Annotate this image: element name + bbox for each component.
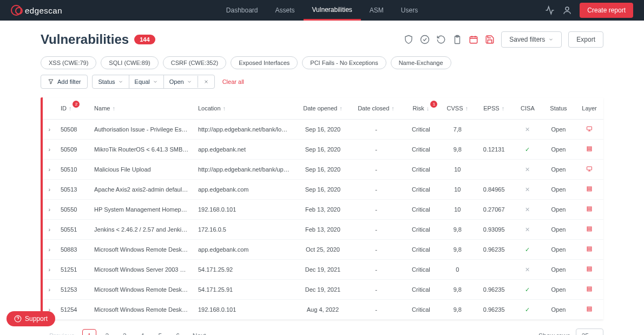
- cell-location: http://app.edgebank.net/bank/login.a...: [194, 120, 295, 140]
- cell-cisa: ✕: [514, 160, 542, 180]
- cell-closed: -: [351, 220, 401, 240]
- expand-row[interactable]: ›: [43, 120, 56, 140]
- svg-rect-26: [587, 288, 592, 290]
- sort-up-icon: ↑: [223, 105, 226, 111]
- sort-up-icon: ↑: [69, 105, 72, 111]
- col-name[interactable]: Name↑: [90, 97, 194, 120]
- nav-assets[interactable]: Assets: [267, 0, 304, 21]
- expand-row[interactable]: ›: [43, 200, 56, 220]
- svg-rect-27: [587, 290, 592, 291]
- table-row[interactable]: ›50550HP System Management Homepage < ..…: [43, 200, 603, 220]
- nav-vulnerabilities[interactable]: Vulnerabilities: [304, 0, 361, 21]
- previous-page[interactable]: ‹ Previous: [41, 330, 79, 335]
- expand-row[interactable]: ›: [43, 180, 56, 200]
- page-2[interactable]: 2: [100, 329, 114, 335]
- table-row[interactable]: ›51251Microsoft Windows Server 2003 Unsu…: [43, 260, 603, 280]
- activity-icon[interactable]: [545, 5, 555, 15]
- nav-asm[interactable]: ASM: [361, 0, 392, 21]
- col-cvss[interactable]: CVSS↑: [441, 97, 474, 120]
- filter-chip[interactable]: PCI Fails - No Exceptions: [302, 56, 386, 69]
- check-icon: ✓: [525, 286, 530, 293]
- x-icon: ✕: [525, 126, 530, 133]
- id-sort-badge: 2: [73, 101, 80, 108]
- filter-field[interactable]: Status: [93, 75, 128, 88]
- page-4[interactable]: 4: [135, 329, 150, 335]
- table-row[interactable]: ›51253Microsoft Windows Remote Desktop .…: [43, 280, 603, 300]
- col-epss[interactable]: EPSS↑: [474, 97, 514, 120]
- col-id[interactable]: ID↑2: [56, 97, 90, 120]
- col-location[interactable]: Location↑: [194, 97, 295, 120]
- sort-up-icon: ↑: [465, 105, 469, 111]
- x-icon: ✕: [525, 186, 530, 193]
- filter-chip[interactable]: Exposed Interfaces: [231, 56, 298, 69]
- calendar-icon[interactable]: [469, 35, 478, 44]
- page-3[interactable]: 3: [117, 329, 132, 335]
- refresh-icon[interactable]: [436, 35, 446, 44]
- export-button[interactable]: Export: [568, 31, 603, 48]
- page-6[interactable]: 6: [170, 329, 185, 335]
- cell-cvss: 10: [441, 180, 474, 200]
- support-button[interactable]: Support: [6, 311, 55, 326]
- clear-all-button[interactable]: Clear all: [222, 78, 244, 85]
- cell-location: 192.168.0.101: [194, 200, 295, 220]
- col-layer[interactable]: Layer: [575, 97, 603, 120]
- col-status[interactable]: Status: [542, 97, 575, 120]
- vulnerabilities-table: ID↑2 Name↑ Location↑ Date opened↑ Date c…: [41, 97, 603, 320]
- filter-chip[interactable]: XSS (CWE:79): [41, 56, 96, 69]
- next-page[interactable]: Next ›: [188, 330, 215, 335]
- check-icon: ✓: [525, 146, 530, 153]
- expand-row[interactable]: ›: [43, 260, 56, 280]
- filter-chip[interactable]: SQLI (CWE:89): [101, 56, 158, 69]
- shield-icon[interactable]: [404, 35, 413, 44]
- svg-rect-16: [587, 227, 592, 228]
- cell-cisa: ✕: [514, 220, 542, 240]
- col-cisa[interactable]: CISA: [514, 97, 542, 120]
- cell-id: 50510: [56, 160, 90, 180]
- filter-value[interactable]: Open: [163, 75, 198, 88]
- x-icon: ✕: [525, 206, 530, 213]
- clipboard-icon[interactable]: [452, 35, 462, 44]
- expand-row[interactable]: ›: [43, 240, 56, 260]
- table-row[interactable]: ›50551Jenkins < 2.46.2 / 2.57 and Jenkin…: [43, 220, 603, 240]
- nav-users[interactable]: Users: [392, 0, 426, 21]
- brand-logo: edgescan: [11, 5, 62, 16]
- filter-operator[interactable]: Equal: [129, 75, 163, 88]
- cell-status: Open: [542, 120, 575, 140]
- expand-row[interactable]: ›: [43, 140, 56, 160]
- table-row[interactable]: ›50513Apache Axis2 axis2-admin default c…: [43, 180, 603, 200]
- add-filter-button[interactable]: Add filter: [41, 75, 88, 89]
- sort-up-icon: ↑: [339, 105, 343, 111]
- table-row[interactable]: ›51254Microsoft Windows Remote Desktop .…: [43, 300, 603, 320]
- cell-cisa: ✕: [514, 180, 542, 200]
- col-risk[interactable]: Risk↓1: [402, 97, 441, 120]
- col-date-opened[interactable]: Date opened↑: [295, 97, 351, 120]
- expand-row[interactable]: ›: [43, 220, 56, 240]
- check-circle-icon[interactable]: [420, 35, 430, 44]
- save-icon[interactable]: [485, 35, 495, 44]
- table-row[interactable]: ›50509MikroTik RouterOS < 6.41.3 SMB Buf…: [43, 140, 603, 160]
- x-icon: ✕: [525, 226, 530, 233]
- page-5[interactable]: 5: [153, 329, 167, 335]
- page-1[interactable]: 1: [82, 329, 97, 335]
- cell-closed: -: [351, 160, 401, 180]
- col-date-closed[interactable]: Date closed↑: [351, 97, 401, 120]
- table-row[interactable]: ›50510Malicious File Uploadhttp://app.ed…: [43, 160, 603, 180]
- filter-chip[interactable]: CSRF (CWE:352): [163, 56, 226, 69]
- rows-select[interactable]: 25: [576, 329, 603, 335]
- create-report-button[interactable]: Create report: [580, 3, 633, 18]
- page-title: Vulnerabilities: [41, 32, 129, 47]
- table-row[interactable]: ›50883Microsoft Windows Remote Desktop .…: [43, 240, 603, 260]
- add-filter-label: Add filter: [57, 78, 81, 85]
- table-row[interactable]: ›50508Authorisation Issue - Privilege Es…: [43, 120, 603, 140]
- filter-chip[interactable]: Name-Exchange: [391, 56, 451, 69]
- cell-cvss: 9,8: [441, 140, 474, 160]
- expand-row[interactable]: ›: [43, 160, 56, 180]
- svg-rect-15: [587, 210, 592, 211]
- user-icon[interactable]: [562, 5, 572, 15]
- expand-row[interactable]: ›: [43, 280, 56, 300]
- saved-filters-button[interactable]: Saved filters: [501, 31, 562, 48]
- cell-location: http://app.edgebank.net/bank/upload...: [194, 160, 295, 180]
- filter-remove[interactable]: [198, 76, 214, 88]
- nav-dashboard[interactable]: Dashboard: [218, 0, 267, 21]
- cell-risk: Critical: [402, 140, 441, 160]
